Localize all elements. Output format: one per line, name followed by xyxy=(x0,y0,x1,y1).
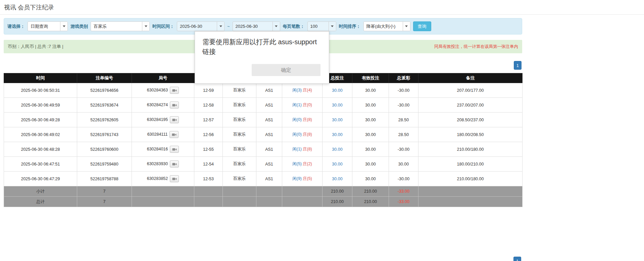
date-to-input[interactable]: 2025-06-30 xyxy=(233,21,280,31)
cell-valid-bet: 30.00 xyxy=(352,83,389,98)
round-no-text: 630284016 xyxy=(147,147,168,151)
total-bet-link[interactable]: 30.00 xyxy=(332,118,342,122)
chevron-down-icon[interactable] xyxy=(142,22,149,31)
round-no-text: 630284111 xyxy=(147,132,168,137)
chevron-down-icon[interactable] xyxy=(403,22,410,31)
summary-count: 7 xyxy=(77,197,132,207)
video-replay-icon xyxy=(172,177,177,181)
result-banker: 庄(8) xyxy=(303,132,312,137)
video-replay-icon xyxy=(172,103,177,107)
cell-valid-bet: 30.00 xyxy=(352,142,389,157)
cell-remark: 210.00/180.00 xyxy=(418,142,523,157)
video-replay-button[interactable] xyxy=(170,87,179,94)
summary-payout: -33.00 xyxy=(389,186,418,197)
summary-empty xyxy=(223,197,256,207)
result-banker: 庄(4) xyxy=(303,88,312,92)
cell-payout: 30.00 xyxy=(389,157,418,172)
col-order-no: 注单编号 xyxy=(77,73,132,83)
cell-order-no: 522619762605 xyxy=(77,113,132,127)
per-page-input[interactable]: 100 xyxy=(307,21,336,31)
cell-table: AS1 xyxy=(256,98,282,113)
game-type-select[interactable]: 百家乐 xyxy=(91,21,150,31)
cell-payout: 28.50 xyxy=(389,113,418,127)
summary-empty xyxy=(194,197,223,207)
cell-remark: 180.00/208.50 xyxy=(418,127,523,142)
cell-game: 百家乐 xyxy=(223,98,256,113)
round-no-text: 630284195 xyxy=(147,117,168,122)
total-bet-link[interactable]: 30.00 xyxy=(332,132,342,137)
cell-valid-bet: 30.00 xyxy=(352,172,389,186)
video-replay-button[interactable] xyxy=(170,116,179,123)
result-player: 闲(3) xyxy=(292,88,302,92)
open-app-dialog: 需要使用新应用以打开此 asus-support 链接 确定 xyxy=(195,31,329,84)
table-body: 2025-06-30 06:50:31 522619764656 6302843… xyxy=(4,83,523,186)
total-bet-link[interactable]: 30.00 xyxy=(332,147,342,152)
sort-select[interactable]: 降幂(由大到小) xyxy=(363,21,410,31)
total-bet-link[interactable]: 30.00 xyxy=(332,162,342,167)
video-replay-button[interactable] xyxy=(170,102,179,109)
chevron-down-icon[interactable] xyxy=(329,22,336,31)
summary-total-bet: 210.00 xyxy=(323,186,352,197)
col-time: 时间 xyxy=(4,73,77,83)
col-valid-bet: 有效投注 xyxy=(352,73,389,83)
date-from-input[interactable]: 2025-06-30 xyxy=(177,21,225,31)
cell-payout: -30.00 xyxy=(389,172,418,186)
cell-result: 闲(0)庄(8) xyxy=(282,127,323,142)
summary-empty xyxy=(256,197,282,207)
cell-valid-bet: 30.00 xyxy=(352,98,389,113)
per-page-label: 每页笔数： xyxy=(283,23,305,29)
summary-empty xyxy=(223,186,256,197)
cell-payout: -30.00 xyxy=(389,142,418,157)
dialog-confirm-button[interactable]: 确定 xyxy=(252,64,320,76)
summary-payout: -33.00 xyxy=(389,197,418,207)
cell-result: 闲(5)庄(2) xyxy=(282,157,323,172)
page-1-button-bottom[interactable]: 1 xyxy=(513,257,521,261)
date-mode-value: 日期查询 xyxy=(28,22,60,31)
result-banker: 庄(8) xyxy=(303,117,312,122)
table-row: 2025-06-30 06:47:29 522619758788 6302838… xyxy=(4,172,523,186)
chevron-down-icon[interactable] xyxy=(217,22,224,31)
video-replay-button[interactable] xyxy=(169,131,179,138)
cell-time: 2025-06-30 06:50:31 xyxy=(4,83,77,98)
table-row: 2025-06-30 06:49:59 522619763674 6302842… xyxy=(4,98,523,113)
video-replay-button[interactable] xyxy=(170,175,179,182)
summary-empty xyxy=(282,186,323,197)
bet-records-table: 时间 注单编号 局号 总投注 有效投注 总派彩 备注 2025-06-30 06… xyxy=(4,73,523,207)
per-page-value: 100 xyxy=(308,22,329,31)
summary-total-bet: 210.00 xyxy=(323,197,352,207)
video-replay-icon xyxy=(172,147,177,151)
result-player: 闲(0) xyxy=(292,117,302,122)
total-bet-link[interactable]: 30.00 xyxy=(332,88,342,93)
cell-round-no: 630284111 xyxy=(132,127,194,142)
chevron-down-icon[interactable] xyxy=(60,22,67,31)
search-button[interactable]: 查询 xyxy=(413,21,431,31)
sort-value: 降幂(由大到小) xyxy=(364,22,403,31)
result-player: 闲(1) xyxy=(292,147,302,151)
cell-session: 12-57 xyxy=(194,113,223,127)
summary-row: 小计 7 210.00 210.00 -33.00 xyxy=(4,186,523,197)
total-bet-link[interactable]: 30.00 xyxy=(332,177,342,181)
page-1-button[interactable]: 1 xyxy=(514,61,522,70)
cell-game: 百家乐 xyxy=(223,142,256,157)
round-no-text: 630284363 xyxy=(147,88,168,92)
cell-game: 百家乐 xyxy=(223,127,256,142)
date-mode-select[interactable]: 日期查询 xyxy=(28,21,68,31)
cell-session: 12-59 xyxy=(194,83,223,98)
date-from-value: 2025-06-30 xyxy=(177,22,217,31)
cell-remark: 237.00/207.00 xyxy=(418,98,523,113)
chevron-down-icon[interactable] xyxy=(273,22,280,31)
result-banker: 庄(0) xyxy=(303,103,312,107)
video-replay-button[interactable] xyxy=(170,146,179,153)
cell-session: 12-56 xyxy=(194,127,223,142)
video-replay-button[interactable] xyxy=(170,160,179,168)
sort-label: 时间排序： xyxy=(339,23,361,29)
cell-order-no: 522619761743 xyxy=(77,127,132,142)
cell-time: 2025-06-30 06:49:28 xyxy=(4,113,77,127)
cell-table: AS1 xyxy=(256,142,282,157)
summary-empty xyxy=(418,197,523,207)
result-player: 闲(5) xyxy=(292,161,302,166)
range-separator: ~ xyxy=(227,24,230,29)
total-bet-link[interactable]: 30.00 xyxy=(332,103,342,108)
cell-order-no: 522619763674 xyxy=(77,98,132,113)
cell-result: 闲(1)庄(0) xyxy=(282,98,323,113)
